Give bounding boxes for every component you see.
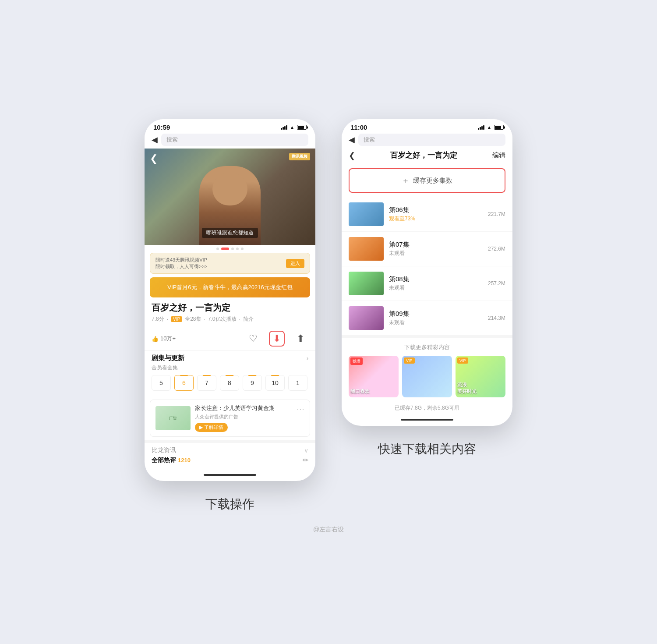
ep-size-07: 272.6M [488,246,505,252]
ep-thumb-07 [349,237,384,261]
video-vip-badge: 腾讯视频 [289,153,310,160]
dot-5 [241,248,244,250]
edit-icon[interactable]: ✏ [303,456,308,464]
show-episodes: 全28集 [185,315,201,323]
episodes-header: 剧集与更新 › [152,354,308,362]
comments-all-row: 全部热评 1210 ✏ [152,456,308,464]
back-arrow-icon[interactable]: ◀ [152,135,158,145]
show-info: 百岁之好，一言为定 7.8分 · VIP 全28集 · 7.0亿次播放 · 简介 [145,302,315,327]
ad-section: 广告 家长注意：少儿英语学习黄金期 大众点评提供的广告 ▶ 了解详情 ⋯ [150,400,310,437]
ep-title-09: 第09集 [389,310,483,318]
video-person-head [212,173,247,205]
ad-more-icon[interactable]: ⋯ [297,404,304,414]
comments-all-label: 全部热评 1210 [152,456,191,464]
ad-btn-text: 了解详情 [204,424,223,431]
ep-info-08: 第08集 未观看 [389,275,483,292]
comments-source: 比龙资讯 [152,446,176,454]
ep-5[interactable]: 5 [152,375,171,391]
phone1-nav-bar: ◀ 搜索 [145,133,315,149]
like-count: 10万+ [160,335,176,343]
p2-signal-bar-1 [478,128,479,130]
favorite-icon[interactable]: ♡ [245,331,261,347]
episode-list: 第06集 观看至73% 221.7M 第07集 未观看 272.6M [342,197,512,336]
ep-6[interactable]: VIP 6 [174,375,194,391]
ep6-vip-tag: VIP [180,375,188,376]
ad-content: 家长注意：少儿英语学习黄金期 大众点评提供的广告 ▶ 了解详情 [195,404,292,432]
comments-count: 1210 [178,457,191,464]
phone2-nav-title: 百岁之好，一言为定 [360,150,488,160]
phone2-status-bar: 11:00 ▲ [342,119,512,133]
show-meta: 7.8分 · VIP 全28集 · 7.0亿次播放 · 简介 [152,315,308,323]
phone1-section: 10:59 ▲ [145,119,315,513]
ep-8[interactable]: VIP 8 [220,375,239,391]
episodes-more[interactable]: › [307,355,308,361]
promo-enter-button[interactable]: 进入 [286,259,304,268]
ep-status-07: 未观看 [389,250,483,257]
ep-item-09[interactable]: 第09集 未观看 214.3M [342,301,512,336]
ep-10[interactable]: VIP 10 [265,375,285,391]
p2-signal-bar-2 [480,127,481,130]
content-card-2[interactable]: VIP [402,356,452,397]
action-row: 👍 10万+ ♡ ⬇ ⬆ [145,327,315,350]
signal-bar-2 [283,127,284,130]
download-icon[interactable]: ⬇ [269,331,285,347]
ep-9[interactable]: VIP 9 [243,375,262,391]
signal-bars-icon [281,125,287,130]
p2-signal-bar-3 [481,126,483,130]
episodes-scroll[interactable]: 5 VIP 6 VIP 7 VIP 8 [152,375,308,393]
promo-line2: 限时领取，人人可得>>> [155,263,207,270]
dot-3 [231,248,234,250]
phone1-status-bar: 10:59 ▲ [145,119,315,133]
phones-row: 10:59 ▲ [145,119,512,513]
ep-status-08: 未观看 [389,284,483,292]
action-icons: ♡ ⬇ ⬆ [245,331,308,347]
p2-signal-bars-icon [478,125,484,130]
ad-learn-more-button[interactable]: ▶ 了解详情 [195,423,228,432]
ep10-vip-tag: VIP [271,375,279,376]
ep-item-06[interactable]: 第06集 观看至73% 221.7M [342,197,512,232]
thumb-icon: 👍 [152,336,159,342]
vip-banner[interactable]: VIP首月6元，新春斗牛，最高赢20216元现金红包 [150,277,310,297]
ep-item-07[interactable]: 第07集 未观看 272.6M [342,232,512,266]
storage-info: 已缓存7.8G，剩余5.8G可用 [342,401,512,414]
p2-battery-icon [494,125,504,130]
content-card-3[interactable]: VIP 流浪美好时光 [456,356,505,397]
p2-wifi-icon: ▲ [487,124,492,131]
dot-4 [236,248,239,250]
ep-7[interactable]: VIP 7 [197,375,216,391]
ep-status-06: 观看至73% [389,215,483,223]
ep-item-08[interactable]: 第08集 未观看 257.2M [342,266,512,301]
search-box[interactable]: 搜索 [161,134,308,146]
ad-thumbnail: 广告 [155,406,191,430]
promo-banner: 限时送43天腾讯视频VIP 限时领取，人人可得>>> 进入 [150,253,310,274]
more-content-section: 下载更多精彩内容 独播 我口喜欢 VIP VIP 流浪美好时光 [342,336,512,401]
battery-fill [298,126,304,129]
video-subtitle: 哪班谁跟谁您都知道 [202,228,258,238]
ep-size-06: 221.7M [488,211,505,217]
p2-back-arrow[interactable]: ◀ [349,135,355,145]
show-title: 百岁之好，一言为定 [152,302,308,314]
phone2-edit-button[interactable]: 编辑 [492,151,505,159]
content-card-1[interactable]: 独播 我口喜欢 [349,356,399,397]
p2-search-box[interactable]: 搜索 [358,134,505,146]
page-wrapper: 10:59 ▲ [0,0,657,644]
phone2-home-bar [401,419,453,421]
phone2-back-button[interactable]: ❮ [349,151,355,160]
share-icon[interactable]: ⬆ [293,331,308,347]
battery-icon [297,125,307,130]
cache-more-button[interactable]: ＋ 缓存更多集数 [349,168,505,193]
ep-info-07: 第07集 未观看 [389,241,483,257]
video-back-btn[interactable]: ❮ [150,153,158,164]
card1-title: 我口喜欢 [350,388,397,395]
ep9-vip-tag: VIP [248,375,257,376]
ad-title: 家长注意：少儿英语学习黄金期 [195,404,292,412]
phone2-section: 11:00 ▲ [342,119,512,457]
more-content-grid: 独播 我口喜欢 VIP VIP 流浪美好时光 [349,356,505,397]
show-intro-link[interactable]: 简介 [243,315,254,323]
ep-thumb-08 [349,272,384,295]
like-button[interactable]: 👍 10万+ [152,335,176,343]
promo-line1: 限时送43天腾讯视频VIP [155,257,207,263]
ep-info-06: 第06集 观看至73% [389,206,483,223]
ep-1[interactable]: 1 [288,375,307,391]
phone2-frame: 11:00 ▲ [342,119,512,426]
